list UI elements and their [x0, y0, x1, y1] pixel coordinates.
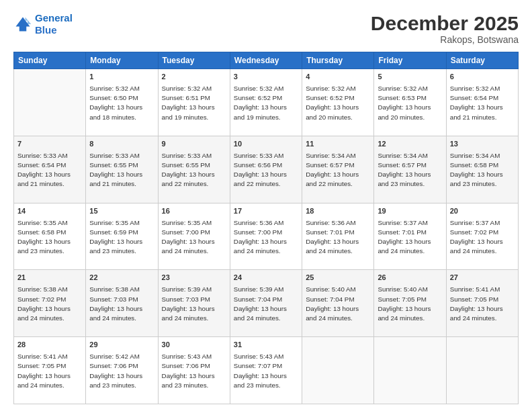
- calendar-cell: 1Sunrise: 5:32 AM Sunset: 6:50 PM Daylig…: [86, 69, 158, 136]
- main-title: December 2025: [371, 12, 519, 34]
- day-info: Sunrise: 5:38 AM Sunset: 7:02 PM Dayligh…: [17, 285, 82, 323]
- header-row: SundayMondayTuesdayWednesdayThursdayFrid…: [14, 52, 519, 69]
- day-info: Sunrise: 5:43 AM Sunset: 7:06 PM Dayligh…: [162, 352, 226, 390]
- calendar-cell: 4Sunrise: 5:32 AM Sunset: 6:52 PM Daylig…: [302, 69, 374, 136]
- day-number: 29: [89, 340, 154, 351]
- logo-line2: Blue: [35, 24, 57, 36]
- day-info: Sunrise: 5:34 AM Sunset: 6:58 PM Dayligh…: [450, 151, 515, 189]
- calendar-cell: 30Sunrise: 5:43 AM Sunset: 7:06 PM Dayli…: [158, 337, 230, 404]
- calendar-cell: 27Sunrise: 5:41 AM Sunset: 7:05 PM Dayli…: [446, 270, 518, 337]
- calendar-week-row: 14Sunrise: 5:35 AM Sunset: 6:58 PM Dayli…: [14, 203, 519, 270]
- day-info: Sunrise: 5:34 AM Sunset: 6:57 PM Dayligh…: [306, 151, 370, 189]
- day-number: 6: [450, 72, 515, 83]
- calendar-cell: 31Sunrise: 5:43 AM Sunset: 7:07 PM Dayli…: [230, 337, 302, 404]
- day-number: 28: [17, 340, 82, 351]
- header-cell-sunday: Sunday: [14, 52, 86, 69]
- day-info: Sunrise: 5:36 AM Sunset: 7:01 PM Dayligh…: [306, 218, 370, 257]
- calendar-cell: 6Sunrise: 5:32 AM Sunset: 6:54 PM Daylig…: [446, 69, 518, 136]
- day-info: Sunrise: 5:41 AM Sunset: 7:05 PM Dayligh…: [17, 352, 82, 390]
- day-number: 11: [306, 139, 370, 150]
- day-info: Sunrise: 5:35 AM Sunset: 6:58 PM Dayligh…: [17, 218, 82, 257]
- calendar-week-row: 28Sunrise: 5:41 AM Sunset: 7:05 PM Dayli…: [14, 337, 519, 404]
- day-number: 4: [306, 72, 370, 83]
- day-info: Sunrise: 5:32 AM Sunset: 6:54 PM Dayligh…: [450, 84, 515, 122]
- header: General Blue December 2025 Rakops, Botsw…: [13, 12, 519, 45]
- day-info: Sunrise: 5:32 AM Sunset: 6:50 PM Dayligh…: [89, 84, 154, 122]
- calendar-cell: 28Sunrise: 5:41 AM Sunset: 7:05 PM Dayli…: [14, 337, 86, 404]
- day-number: 10: [234, 139, 298, 150]
- calendar-table: SundayMondayTuesdayWednesdayThursdayFrid…: [13, 52, 519, 404]
- day-number: 18: [306, 206, 370, 217]
- calendar-cell: 26Sunrise: 5:40 AM Sunset: 7:05 PM Dayli…: [374, 270, 446, 337]
- day-info: Sunrise: 5:40 AM Sunset: 7:04 PM Dayligh…: [306, 285, 370, 323]
- day-info: Sunrise: 5:33 AM Sunset: 6:55 PM Dayligh…: [162, 151, 226, 189]
- day-number: 21: [17, 273, 82, 283]
- calendar-cell: 24Sunrise: 5:39 AM Sunset: 7:04 PM Dayli…: [230, 270, 302, 337]
- day-info: Sunrise: 5:33 AM Sunset: 6:55 PM Dayligh…: [89, 151, 154, 189]
- day-number: 24: [234, 273, 298, 283]
- calendar-cell: 23Sunrise: 5:39 AM Sunset: 7:03 PM Dayli…: [158, 270, 230, 337]
- day-number: 23: [162, 273, 226, 283]
- header-cell-friday: Friday: [374, 52, 446, 69]
- calendar-cell: [14, 69, 86, 136]
- day-number: 17: [234, 206, 298, 217]
- day-number: 9: [162, 139, 226, 150]
- calendar-body: 1Sunrise: 5:32 AM Sunset: 6:50 PM Daylig…: [14, 69, 519, 404]
- day-info: Sunrise: 5:32 AM Sunset: 6:52 PM Dayligh…: [234, 84, 298, 122]
- day-info: Sunrise: 5:38 AM Sunset: 7:03 PM Dayligh…: [89, 285, 154, 323]
- logo: General Blue: [13, 12, 73, 36]
- day-number: 1: [89, 72, 154, 83]
- subtitle: Rakops, Botswana: [371, 34, 519, 45]
- calendar-week-row: 7Sunrise: 5:33 AM Sunset: 6:54 PM Daylig…: [14, 136, 519, 203]
- calendar-cell: 17Sunrise: 5:36 AM Sunset: 7:00 PM Dayli…: [230, 203, 302, 270]
- day-number: 27: [450, 273, 515, 283]
- header-cell-tuesday: Tuesday: [158, 52, 230, 69]
- calendar-cell: 9Sunrise: 5:33 AM Sunset: 6:55 PM Daylig…: [158, 136, 230, 203]
- calendar-cell: 3Sunrise: 5:32 AM Sunset: 6:52 PM Daylig…: [230, 69, 302, 136]
- calendar-week-row: 1Sunrise: 5:32 AM Sunset: 6:50 PM Daylig…: [14, 69, 519, 136]
- calendar-cell: [302, 337, 374, 404]
- day-info: Sunrise: 5:37 AM Sunset: 7:02 PM Dayligh…: [450, 218, 515, 257]
- day-number: 5: [378, 72, 442, 83]
- day-number: 19: [378, 206, 442, 217]
- day-number: 16: [162, 206, 226, 217]
- day-info: Sunrise: 5:35 AM Sunset: 6:59 PM Dayligh…: [89, 218, 154, 257]
- day-info: Sunrise: 5:35 AM Sunset: 7:00 PM Dayligh…: [162, 218, 226, 257]
- calendar-cell: 15Sunrise: 5:35 AM Sunset: 6:59 PM Dayli…: [86, 203, 158, 270]
- calendar-cell: 20Sunrise: 5:37 AM Sunset: 7:02 PM Dayli…: [446, 203, 518, 270]
- day-info: Sunrise: 5:34 AM Sunset: 6:57 PM Dayligh…: [378, 151, 442, 189]
- title-block: December 2025 Rakops, Botswana: [371, 12, 519, 45]
- header-cell-thursday: Thursday: [302, 52, 374, 69]
- calendar-cell: 21Sunrise: 5:38 AM Sunset: 7:02 PM Dayli…: [14, 270, 86, 337]
- day-number: 7: [17, 139, 82, 150]
- day-number: 31: [234, 340, 298, 351]
- calendar-header: SundayMondayTuesdayWednesdayThursdayFrid…: [14, 52, 519, 69]
- day-info: Sunrise: 5:32 AM Sunset: 6:53 PM Dayligh…: [378, 84, 442, 122]
- day-info: Sunrise: 5:41 AM Sunset: 7:05 PM Dayligh…: [450, 285, 515, 323]
- calendar-cell: 8Sunrise: 5:33 AM Sunset: 6:55 PM Daylig…: [86, 136, 158, 203]
- calendar-cell: 7Sunrise: 5:33 AM Sunset: 6:54 PM Daylig…: [14, 136, 86, 203]
- day-info: Sunrise: 5:39 AM Sunset: 7:03 PM Dayligh…: [162, 285, 226, 323]
- day-info: Sunrise: 5:42 AM Sunset: 7:06 PM Dayligh…: [89, 352, 154, 390]
- day-number: 26: [378, 273, 442, 283]
- day-number: 8: [89, 139, 154, 150]
- logo-icon: [13, 15, 32, 34]
- calendar-cell: 18Sunrise: 5:36 AM Sunset: 7:01 PM Dayli…: [302, 203, 374, 270]
- day-number: 25: [306, 273, 370, 283]
- header-cell-monday: Monday: [86, 52, 158, 69]
- calendar-cell: 2Sunrise: 5:32 AM Sunset: 6:51 PM Daylig…: [158, 69, 230, 136]
- calendar-cell: 10Sunrise: 5:33 AM Sunset: 6:56 PM Dayli…: [230, 136, 302, 203]
- day-info: Sunrise: 5:32 AM Sunset: 6:52 PM Dayligh…: [306, 84, 370, 122]
- calendar-cell: 14Sunrise: 5:35 AM Sunset: 6:58 PM Dayli…: [14, 203, 86, 270]
- calendar-week-row: 21Sunrise: 5:38 AM Sunset: 7:02 PM Dayli…: [14, 270, 519, 337]
- day-number: 15: [89, 206, 154, 217]
- day-info: Sunrise: 5:40 AM Sunset: 7:05 PM Dayligh…: [378, 285, 442, 323]
- day-number: 3: [234, 72, 298, 83]
- day-number: 14: [17, 206, 82, 217]
- day-info: Sunrise: 5:39 AM Sunset: 7:04 PM Dayligh…: [234, 285, 298, 323]
- calendar-cell: 11Sunrise: 5:34 AM Sunset: 6:57 PM Dayli…: [302, 136, 374, 203]
- day-info: Sunrise: 5:32 AM Sunset: 6:51 PM Dayligh…: [162, 84, 226, 122]
- calendar-cell: [374, 337, 446, 404]
- calendar-cell: 29Sunrise: 5:42 AM Sunset: 7:06 PM Dayli…: [86, 337, 158, 404]
- calendar-cell: 25Sunrise: 5:40 AM Sunset: 7:04 PM Dayli…: [302, 270, 374, 337]
